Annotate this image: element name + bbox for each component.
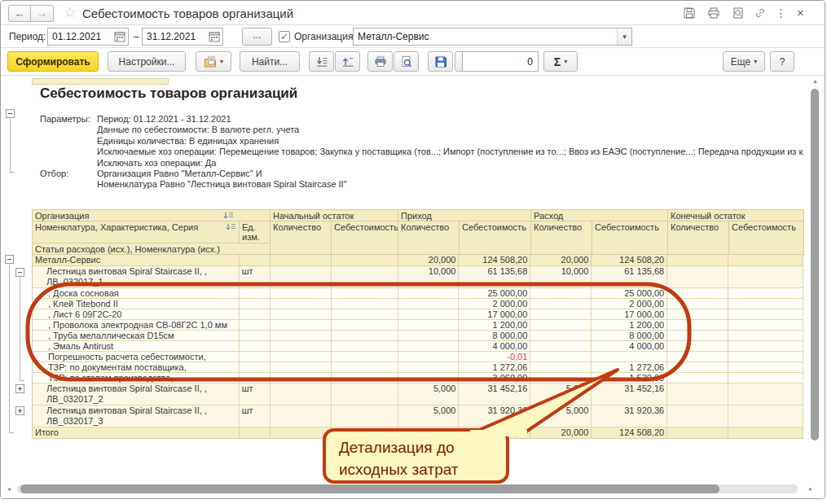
print-preview-button[interactable] <box>394 51 419 72</box>
table-row[interactable]: , Эмаль Antirust4 000,004 000,00 <box>33 341 803 352</box>
table-cell <box>398 352 460 362</box>
table-cell <box>271 299 332 309</box>
vertical-scroll-thumb[interactable] <box>811 89 819 440</box>
organization-combo[interactable]: Металл-Сервис ▾ <box>353 28 632 46</box>
header-nomenclature[interactable]: Номенклатура, Характеристика, Серия <box>33 221 240 243</box>
table-cell <box>398 288 460 299</box>
horizontal-scrollbar[interactable]: ◂ ▸ <box>1 484 824 495</box>
calendar-icon[interactable] <box>114 31 125 42</box>
date-from-field[interactable]: 01.12.2021 <box>47 28 129 46</box>
table-row[interactable]: Лестница винтовая Spiral Staircase II, ,… <box>33 383 803 405</box>
collapse-groups-icon <box>315 55 328 68</box>
expand-item-group-button[interactable] <box>15 406 24 415</box>
table-row[interactable]: , Лист 6 09Г2С-2017 000,0017 000,00 <box>33 309 803 320</box>
table-cell <box>728 309 803 320</box>
table-row[interactable]: Итого20,000124 508,2020,000124 508,20 <box>33 427 803 439</box>
back-button[interactable]: ← <box>8 5 31 22</box>
scroll-right-icon[interactable]: ▸ <box>809 485 812 493</box>
table-cell: Металл-Сервис <box>33 255 240 266</box>
link-icon[interactable] <box>753 7 767 20</box>
sort-icon[interactable] <box>223 212 234 221</box>
table-row[interactable]: , Клей Titebond II2 000,002 000,00 <box>33 299 803 309</box>
settings-button[interactable]: Настройки... <box>108 51 186 72</box>
header-qty[interactable]: Количество <box>271 221 332 255</box>
table-row[interactable]: Погрешность расчета себестоимости,-0,01 <box>33 352 803 362</box>
table-cell <box>530 320 592 331</box>
scroll-left-icon[interactable]: ◂ <box>7 485 11 493</box>
collapse-org-group-button[interactable] <box>5 255 14 264</box>
autosum-button[interactable]: Σ ▾ <box>543 51 578 72</box>
save-icon[interactable] <box>682 7 696 20</box>
table-cell: 31 920,36 <box>592 405 667 427</box>
print-button[interactable] <box>367 51 393 72</box>
collapse-header-group-button[interactable] <box>6 109 15 118</box>
table-cell: 3 060,00 <box>459 373 530 383</box>
header-expense[interactable]: Расход <box>531 210 668 221</box>
table-cell: 31 452,16 <box>592 383 667 405</box>
print-icon[interactable] <box>706 7 720 20</box>
header-org[interactable]: Организация <box>33 210 271 221</box>
header-expense-article[interactable]: Статья расходов (исх.), Номенклатура (ис… <box>33 243 271 255</box>
table-row[interactable]: Металл-Сервис20,000124 508,2020,000124 5… <box>33 255 803 266</box>
table-row[interactable]: Лестница винтовая Spiral Staircase II, ,… <box>33 405 803 427</box>
header-income[interactable]: Приход <box>398 210 531 221</box>
table-row[interactable]: ТЗР: по этапам производства,3 060,001 53… <box>33 373 803 383</box>
collapse-item-group-button[interactable] <box>15 268 24 277</box>
sum-indicator-field[interactable]: 0 <box>462 51 539 72</box>
table-row[interactable]: , Проволока электродная СВ-08Г2С 1,0 мм1… <box>33 320 803 331</box>
more-menu-icon[interactable]: ⋮ <box>774 7 788 20</box>
table-cell <box>271 405 332 427</box>
table-cell <box>530 309 592 320</box>
sort-icon[interactable] <box>226 223 236 233</box>
header-cost[interactable]: Себестоимость <box>592 221 668 255</box>
title-bar: ← → ☆ Себестоимость товаров организаций … <box>1 1 825 25</box>
report-variants-button[interactable]: ▾ <box>196 51 231 72</box>
header-unit[interactable]: Ед. изм. <box>240 221 271 243</box>
forward-button[interactable]: → <box>31 5 54 22</box>
table-cell <box>332 288 398 299</box>
organization-checkbox[interactable]: ✓ <box>279 31 290 42</box>
horizontal-scroll-thumb[interactable] <box>20 484 719 493</box>
header-cost[interactable]: Себестоимость <box>460 221 531 255</box>
table-cell <box>667 331 728 341</box>
save-result-button[interactable] <box>428 51 453 72</box>
calendar-icon[interactable] <box>209 31 220 42</box>
table-row[interactable]: ТЗР: по документам поставщика,1 272,061 … <box>33 362 803 373</box>
scroll-up-icon[interactable]: ▴ <box>809 77 821 87</box>
expand-groups-button[interactable] <box>335 51 360 72</box>
table-row[interactable]: , Труба мелаллическая D15см8 000,008 000… <box>33 331 803 341</box>
table-cell <box>667 288 728 299</box>
table-cell: 124 508,20 <box>592 255 667 266</box>
table-row[interactable]: Лестница винтовая Spiral Staircase II, ,… <box>33 266 803 288</box>
favorite-star-icon[interactable]: ☆ <box>64 4 76 21</box>
chevron-down-icon[interactable]: ▾ <box>617 28 631 45</box>
table-cell: 25 000,00 <box>592 288 667 299</box>
expand-item-group-button[interactable] <box>15 384 24 393</box>
header-begin-balance[interactable]: Начальный остаток <box>271 210 398 221</box>
header-qty[interactable]: Количество <box>668 221 729 255</box>
help-button[interactable]: ? <box>770 51 794 72</box>
header-cost[interactable]: Себестоимость <box>332 221 398 255</box>
collapse-groups-button[interactable] <box>309 51 334 72</box>
table-cell <box>728 331 803 341</box>
find-button[interactable]: Найти... <box>240 51 300 72</box>
preview-icon[interactable] <box>731 7 745 20</box>
table-cell <box>240 299 271 309</box>
table-cell <box>271 352 332 362</box>
more-actions-button[interactable]: Еще▾ <box>723 51 765 72</box>
date-to-field[interactable]: 31.12.2021 <box>142 28 223 46</box>
header-cost[interactable]: Себестоимость <box>729 221 804 255</box>
table-cell <box>667 309 728 320</box>
organization-value: Металл-Сервис <box>358 31 429 42</box>
table-row[interactable]: , Доска сосновая25 000,0025 000,00 <box>33 288 803 299</box>
generate-button[interactable]: Сформировать <box>7 51 99 72</box>
table-cell: ТЗР: по документам поставщика, <box>33 362 240 373</box>
vertical-scrollbar[interactable]: ▴ <box>809 77 821 482</box>
table-cell <box>530 352 592 362</box>
header-qty[interactable]: Количество <box>531 221 592 255</box>
header-end-balance[interactable]: Конечный остаток <box>668 210 804 221</box>
header-qty[interactable]: Количество <box>398 221 460 255</box>
table-cell <box>332 427 398 439</box>
period-more-button[interactable]: ... <box>242 28 272 46</box>
close-icon[interactable]: × <box>794 7 807 20</box>
